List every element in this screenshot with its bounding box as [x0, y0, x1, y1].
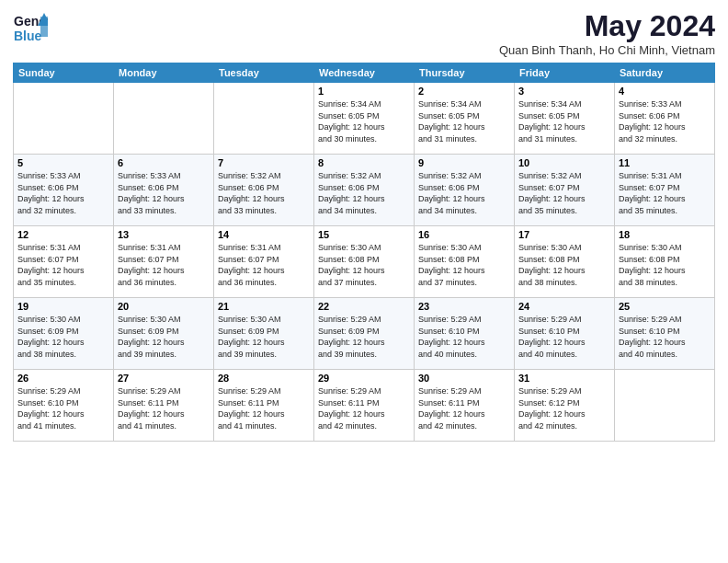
day-number: 15	[318, 229, 410, 240]
day-info: Sunrise: 5:29 AMSunset: 6:11 PMDaylight:…	[218, 385, 310, 431]
day-number: 7	[218, 157, 310, 168]
header: General Blue May 2024 Quan Binh Thanh, H…	[13, 9, 715, 57]
day-info: Sunrise: 5:32 AMSunset: 6:06 PMDaylight:…	[218, 170, 310, 216]
calendar-cell	[615, 370, 715, 442]
calendar-cell: 14Sunrise: 5:31 AMSunset: 6:07 PMDayligh…	[214, 226, 314, 298]
calendar-cell: 20Sunrise: 5:30 AMSunset: 6:09 PMDayligh…	[114, 298, 214, 370]
calendar-cell: 22Sunrise: 5:29 AMSunset: 6:09 PMDayligh…	[314, 298, 415, 370]
calendar-header-row: Sunday Monday Tuesday Wednesday Thursday…	[14, 63, 715, 83]
day-info: Sunrise: 5:29 AMSunset: 6:10 PMDaylight:…	[17, 385, 109, 431]
day-info: Sunrise: 5:33 AMSunset: 6:06 PMDaylight:…	[619, 98, 711, 144]
day-info: Sunrise: 5:31 AMSunset: 6:07 PMDaylight:…	[619, 170, 711, 216]
calendar-cell: 19Sunrise: 5:30 AMSunset: 6:09 PMDayligh…	[14, 298, 114, 370]
day-info: Sunrise: 5:34 AMSunset: 6:05 PMDaylight:…	[518, 98, 610, 144]
day-info: Sunrise: 5:30 AMSunset: 6:08 PMDaylight:…	[418, 242, 510, 288]
day-info: Sunrise: 5:30 AMSunset: 6:08 PMDaylight:…	[318, 242, 410, 288]
day-number: 13	[118, 229, 210, 240]
day-info: Sunrise: 5:29 AMSunset: 6:11 PMDaylight:…	[118, 385, 210, 431]
day-number: 29	[318, 373, 410, 384]
calendar-cell: 18Sunrise: 5:30 AMSunset: 6:08 PMDayligh…	[615, 226, 715, 298]
day-info: Sunrise: 5:29 AMSunset: 6:11 PMDaylight:…	[418, 385, 510, 431]
day-number: 18	[619, 229, 711, 240]
svg-text:Blue: Blue	[14, 29, 42, 43]
day-number: 28	[218, 373, 310, 384]
calendar-cell: 28Sunrise: 5:29 AMSunset: 6:11 PMDayligh…	[214, 370, 314, 442]
day-number: 9	[418, 157, 510, 168]
day-info: Sunrise: 5:30 AMSunset: 6:08 PMDaylight:…	[518, 242, 610, 288]
day-number: 5	[17, 157, 109, 168]
calendar-cell: 27Sunrise: 5:29 AMSunset: 6:11 PMDayligh…	[114, 370, 214, 442]
day-number: 24	[518, 301, 610, 312]
location-subtitle: Quan Binh Thanh, Ho Chi Minh, Vietnam	[499, 43, 715, 57]
day-number: 1	[318, 86, 410, 97]
day-info: Sunrise: 5:30 AMSunset: 6:09 PMDaylight:…	[218, 314, 310, 360]
calendar-cell: 23Sunrise: 5:29 AMSunset: 6:10 PMDayligh…	[415, 298, 515, 370]
day-number: 27	[118, 373, 210, 384]
day-info: Sunrise: 5:33 AMSunset: 6:06 PMDaylight:…	[17, 170, 109, 216]
calendar-cell: 11Sunrise: 5:31 AMSunset: 6:07 PMDayligh…	[615, 155, 715, 226]
day-number: 2	[418, 86, 510, 97]
calendar-cell: 8Sunrise: 5:32 AMSunset: 6:06 PMDaylight…	[314, 155, 415, 226]
calendar-cell: 2Sunrise: 5:34 AMSunset: 6:05 PMDaylight…	[415, 83, 515, 155]
day-info: Sunrise: 5:29 AMSunset: 6:10 PMDaylight:…	[518, 314, 610, 360]
week-row-1: 1Sunrise: 5:34 AMSunset: 6:05 PMDaylight…	[14, 83, 715, 155]
calendar-cell: 21Sunrise: 5:30 AMSunset: 6:09 PMDayligh…	[214, 298, 314, 370]
day-number: 25	[619, 301, 711, 312]
calendar-cell: 10Sunrise: 5:32 AMSunset: 6:07 PMDayligh…	[515, 155, 615, 226]
day-number: 17	[518, 229, 610, 240]
calendar-cell: 7Sunrise: 5:32 AMSunset: 6:06 PMDaylight…	[214, 155, 314, 226]
day-number: 22	[318, 301, 410, 312]
calendar-cell: 1Sunrise: 5:34 AMSunset: 6:05 PMDaylight…	[314, 83, 415, 155]
calendar-cell: 15Sunrise: 5:30 AMSunset: 6:08 PMDayligh…	[314, 226, 415, 298]
col-thursday: Thursday	[415, 63, 515, 83]
col-sunday: Sunday	[14, 63, 114, 83]
calendar-cell: 24Sunrise: 5:29 AMSunset: 6:10 PMDayligh…	[515, 298, 615, 370]
calendar-cell	[214, 83, 314, 155]
day-number: 14	[218, 229, 310, 240]
calendar-cell: 6Sunrise: 5:33 AMSunset: 6:06 PMDaylight…	[114, 155, 214, 226]
day-number: 31	[518, 373, 610, 384]
calendar-cell: 16Sunrise: 5:30 AMSunset: 6:08 PMDayligh…	[415, 226, 515, 298]
day-info: Sunrise: 5:32 AMSunset: 6:07 PMDaylight:…	[518, 170, 610, 216]
page: General Blue May 2024 Quan Binh Thanh, H…	[0, 0, 728, 563]
day-number: 11	[619, 157, 711, 168]
day-number: 23	[418, 301, 510, 312]
day-info: Sunrise: 5:32 AMSunset: 6:06 PMDaylight:…	[418, 170, 510, 216]
day-info: Sunrise: 5:32 AMSunset: 6:06 PMDaylight:…	[318, 170, 410, 216]
calendar-cell: 31Sunrise: 5:29 AMSunset: 6:12 PMDayligh…	[515, 370, 615, 442]
day-number: 16	[418, 229, 510, 240]
day-info: Sunrise: 5:29 AMSunset: 6:10 PMDaylight:…	[619, 314, 711, 360]
day-number: 26	[17, 373, 109, 384]
day-number: 20	[118, 301, 210, 312]
month-year-title: May 2024	[499, 9, 715, 43]
week-row-3: 12Sunrise: 5:31 AMSunset: 6:07 PMDayligh…	[14, 226, 715, 298]
logo: General Blue	[13, 9, 48, 44]
week-row-2: 5Sunrise: 5:33 AMSunset: 6:06 PMDaylight…	[14, 155, 715, 226]
day-info: Sunrise: 5:31 AMSunset: 6:07 PMDaylight:…	[17, 242, 109, 288]
day-number: 19	[17, 301, 109, 312]
day-number: 8	[318, 157, 410, 168]
calendar-table: Sunday Monday Tuesday Wednesday Thursday…	[13, 63, 715, 442]
day-info: Sunrise: 5:29 AMSunset: 6:09 PMDaylight:…	[318, 314, 410, 360]
day-info: Sunrise: 5:31 AMSunset: 6:07 PMDaylight:…	[218, 242, 310, 288]
col-saturday: Saturday	[615, 63, 715, 83]
logo-icon: General Blue	[13, 9, 48, 44]
calendar-cell: 25Sunrise: 5:29 AMSunset: 6:10 PMDayligh…	[615, 298, 715, 370]
calendar-cell	[114, 83, 214, 155]
calendar-cell: 26Sunrise: 5:29 AMSunset: 6:10 PMDayligh…	[14, 370, 114, 442]
day-number: 21	[218, 301, 310, 312]
day-info: Sunrise: 5:30 AMSunset: 6:09 PMDaylight:…	[17, 314, 109, 360]
day-info: Sunrise: 5:34 AMSunset: 6:05 PMDaylight:…	[418, 98, 510, 144]
calendar-cell	[14, 83, 114, 155]
calendar-cell: 13Sunrise: 5:31 AMSunset: 6:07 PMDayligh…	[114, 226, 214, 298]
day-info: Sunrise: 5:29 AMSunset: 6:12 PMDaylight:…	[518, 385, 610, 431]
calendar-cell: 17Sunrise: 5:30 AMSunset: 6:08 PMDayligh…	[515, 226, 615, 298]
day-info: Sunrise: 5:30 AMSunset: 6:08 PMDaylight:…	[619, 242, 711, 288]
day-number: 3	[518, 86, 610, 97]
calendar-cell: 12Sunrise: 5:31 AMSunset: 6:07 PMDayligh…	[14, 226, 114, 298]
day-info: Sunrise: 5:30 AMSunset: 6:09 PMDaylight:…	[118, 314, 210, 360]
day-number: 6	[118, 157, 210, 168]
calendar-cell: 30Sunrise: 5:29 AMSunset: 6:11 PMDayligh…	[415, 370, 515, 442]
day-info: Sunrise: 5:29 AMSunset: 6:10 PMDaylight:…	[418, 314, 510, 360]
day-number: 30	[418, 373, 510, 384]
